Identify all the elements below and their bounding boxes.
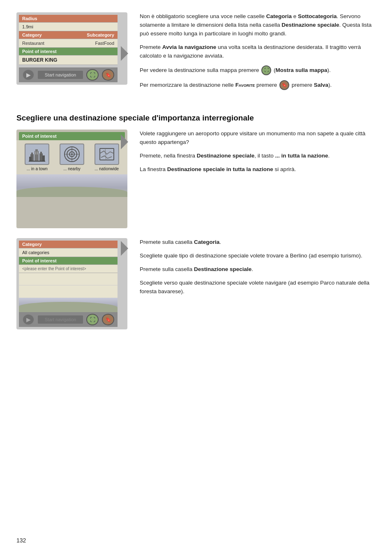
poi-screen-label: Point of interest: [19, 132, 125, 140]
screen-bottom-bar: ▶ Start navigation ⛶ 🔖: [19, 67, 118, 82]
bottom-section: Category All categories Point of interes…: [16, 238, 376, 329]
poi-btn-nearby-icon: [60, 144, 84, 165]
nearby-icon-svg: [63, 145, 81, 163]
bot-para-3: Premete sulla casella Destinazione speci…: [140, 265, 376, 274]
svg-rect-6: [29, 157, 32, 161]
poi-value-row: BURGER KING: [19, 56, 118, 65]
town-icon-svg: [28, 145, 46, 163]
start-nav-btn[interactable]: Start navigation: [38, 71, 83, 79]
subcategory-header: Subcategory: [87, 32, 114, 37]
svg-rect-10: [35, 153, 36, 154]
poi-btn-nearby-label: ... nearby: [63, 167, 81, 171]
mid-para-3: La finestra Destinazione speciale in tut…: [140, 165, 376, 174]
svg-line-20: [105, 148, 106, 160]
bscreen-nav-arrow[interactable]: ▶: [22, 314, 35, 325]
subcategory-value: FastFood: [95, 41, 114, 46]
fav-inline-icon: 🔖: [279, 80, 289, 90]
radius-label-row: Radius: [19, 15, 118, 23]
category-header: Category: [22, 32, 42, 37]
poi-screen-bg: [16, 174, 127, 197]
svg-rect-4: [39, 153, 43, 161]
bscreen-cat-value: All categories: [19, 248, 118, 257]
nationwide-icon-svg: [98, 145, 116, 163]
bscreen-poi-placeholder: <please enter the Point of interest>: [19, 265, 118, 273]
bot-para-1: Premete sulla casella Categoria.: [140, 238, 376, 247]
top-para-3: Per vedere la destinazione sulla mappa p…: [140, 65, 376, 75]
poi-screen-wrapper: Point of interest: [16, 130, 127, 228]
svg-rect-9: [37, 152, 38, 153]
bottom-category-value: All categories: [22, 250, 49, 255]
bottom-screen-arrow: [121, 241, 128, 256]
radius-label: Radius: [22, 16, 37, 21]
poi-label-row: Point of interest: [19, 48, 118, 56]
radius-value-row: 1.9mi: [19, 23, 118, 31]
mid-para-2: Premete, nella finestra Destinazione spe…: [140, 152, 376, 160]
bottom-screen-wrapper: Category All categories Point of interes…: [16, 238, 127, 329]
poi-screen-arrow: [121, 134, 128, 149]
poi-label: Point of interest: [22, 49, 57, 54]
bottom-poi-placeholder: <please enter the Point of interest>: [22, 266, 86, 271]
bscreen-bottom-bar: ▶ Start navigation ⛶ 🔖: [19, 312, 118, 327]
svg-rect-12: [29, 161, 45, 162]
poi-btn-nationwide-label: ... nationwide: [95, 167, 119, 171]
bottom-poi-label: Point of interest: [22, 258, 57, 263]
bot-para-4: Scegliete verso quale destinazione speci…: [140, 279, 376, 296]
poi-btn-town[interactable]: ... in a town: [23, 144, 51, 171]
page-layout: Radius 1.9mi Category Subcategory Restau…: [16, 12, 376, 329]
page-number: 132: [16, 537, 26, 544]
top-nav-screen: Radius 1.9mi Category Subcategory Restau…: [16, 12, 127, 85]
fav-btn[interactable]: 🔖: [102, 69, 114, 81]
bscreen-empty-row2: [19, 285, 118, 298]
svg-rect-1: [31, 153, 33, 154]
bottom-text-content: Premete sulla casella Categoria. Sceglie…: [140, 238, 376, 329]
bscreen-fav-btn[interactable]: 🔖: [102, 314, 114, 325]
svg-rect-3: [35, 149, 38, 151]
top-para-2: Premete Avvia la navigazione una volta s…: [140, 43, 376, 60]
radius-value: 1.9mi: [22, 24, 33, 29]
category-value-row: Restaurant FastFood: [19, 39, 118, 48]
poi-btn-town-icon: [25, 144, 49, 165]
svg-rect-8: [35, 152, 36, 153]
svg-rect-2: [35, 151, 39, 161]
bscreen-cat-label: Category: [19, 241, 118, 248]
bscreen-start-nav[interactable]: Start navigation: [38, 315, 83, 324]
map-inline-icon: ⛶: [261, 65, 271, 75]
bottom-category-label: Category: [22, 242, 42, 247]
top-para-1: Non è obbligatorio scegliere una voce ne…: [140, 12, 376, 38]
poi-screen: Point of interest: [16, 130, 127, 228]
screen-arrow-right: [121, 46, 128, 61]
bscreen-bg: [19, 298, 118, 312]
top-para-4: Per memorizzare la destinazione nelle Fa…: [140, 80, 376, 90]
poi-value: BURGER KING: [22, 57, 57, 63]
svg-rect-11: [37, 153, 38, 154]
poi-btn-nearby[interactable]: ... nearby: [58, 144, 86, 171]
col-headers-row: Category Subcategory: [19, 31, 118, 39]
top-section: Radius 1.9mi Category Subcategory Restau…: [16, 12, 376, 95]
favorite-label: Favorite: [235, 81, 255, 88]
top-text-content: Non è obbligatorio scegliere una voce ne…: [140, 12, 376, 95]
bot-para-2: Scegliete quale tipo di destinazione spe…: [140, 252, 376, 260]
top-nav-screen-wrapper: Radius 1.9mi Category Subcategory Restau…: [16, 12, 127, 95]
map-btn[interactable]: ⛶: [86, 69, 99, 81]
poi-buttons-row: ... in a town: [16, 140, 127, 174]
middle-text-content: Volete raggiungere un aeroporto oppure v…: [140, 130, 376, 228]
poi-btn-nationwide[interactable]: ... nationwide: [93, 144, 121, 171]
poi-btn-town-label: ... in a town: [27, 167, 48, 171]
svg-rect-7: [42, 155, 45, 161]
bscreen-poi-label: Point of interest: [19, 257, 118, 265]
poi-btn-nationwide-icon: [95, 144, 119, 165]
middle-section: Point of interest: [16, 130, 376, 228]
bscreen-map-btn[interactable]: ⛶: [86, 314, 99, 325]
svg-rect-5: [40, 152, 42, 154]
section-heading: Scegliere una destinazione speciale d'im…: [16, 113, 376, 123]
mid-para-1: Volete raggiungere un aeroporto oppure v…: [140, 130, 376, 147]
nav-arrow-btn[interactable]: ▶: [22, 69, 35, 81]
bottom-nav-screen: Category All categories Point of interes…: [16, 238, 127, 329]
category-value: Restaurant: [22, 41, 44, 46]
bscreen-empty-row1: [19, 273, 118, 285]
